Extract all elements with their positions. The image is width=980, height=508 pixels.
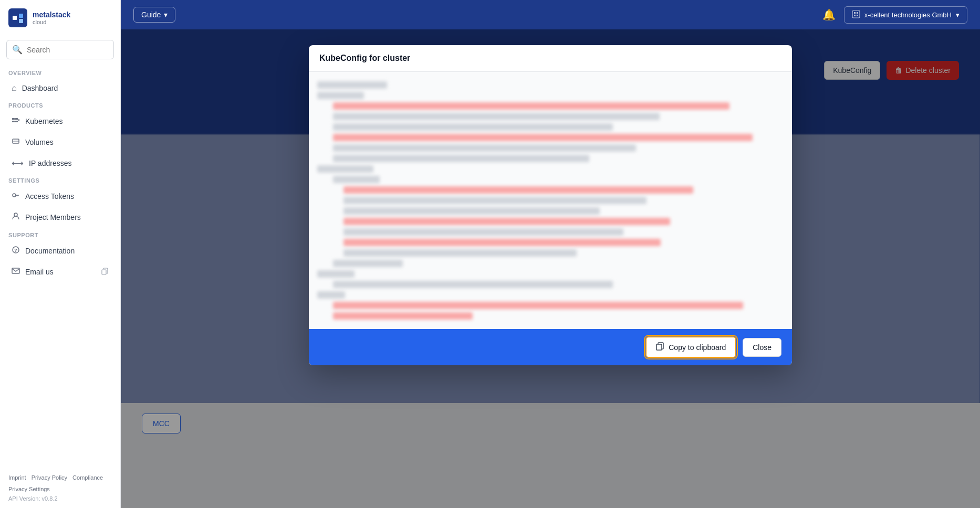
sidebar-item-label: Kubernetes — [25, 117, 63, 125]
svg-rect-17 — [12, 268, 19, 273]
kubernetes-icon — [12, 116, 20, 126]
sidebar-item-kubernetes[interactable]: Kubernetes — [3, 111, 117, 132]
code-line — [317, 165, 373, 173]
clipboard-icon — [656, 342, 664, 352]
code-line — [333, 312, 473, 320]
sidebar-item-label: Volumes — [25, 138, 54, 146]
svg-rect-7 — [18, 119, 19, 121]
modal-overlay[interactable]: KubeConfig for cluster — [121, 29, 980, 508]
code-line — [317, 291, 345, 299]
sidebar-item-label: Project Members — [25, 213, 81, 221]
sidebar-section-settings: SETTINGS Access Tokens Project Members — [0, 173, 120, 228]
close-button[interactable]: Close — [743, 338, 781, 357]
modal-footer: Copy to clipboard Close — [309, 329, 792, 365]
code-line — [333, 134, 753, 141]
svg-rect-4 — [12, 121, 15, 122]
main-content: Guide ▾ 🔔 x-cellent technologies GmbH ▾ … — [121, 0, 980, 508]
code-line — [343, 249, 577, 257]
sidebar-item-label: Access Tokens — [25, 192, 74, 200]
svg-rect-21 — [857, 12, 858, 14]
code-line — [333, 176, 380, 183]
code-line — [333, 123, 613, 131]
code-line — [317, 81, 387, 89]
svg-rect-22 — [854, 15, 856, 16]
logo-name: metalstack — [33, 10, 70, 19]
code-line — [333, 144, 636, 152]
content-area: KubeConfig 🗑 Delete cluster MCC KubeConf… — [121, 29, 980, 508]
svg-point-10 — [13, 194, 16, 197]
svg-rect-5 — [15, 118, 18, 120]
sidebar: metalstack cloud 🔍 OVERVIEW ⌂ Dashboard … — [0, 0, 121, 508]
svg-rect-0 — [13, 16, 17, 20]
search-box[interactable]: 🔍 — [6, 40, 114, 59]
code-line — [333, 281, 613, 288]
sidebar-item-label: Documentation — [25, 247, 75, 255]
topbar: Guide ▾ 🔔 x-cellent technologies GmbH ▾ — [121, 0, 980, 29]
modal-title: KubeConfig for cluster — [319, 54, 410, 62]
svg-rect-2 — [19, 19, 23, 23]
code-line — [343, 239, 661, 246]
kubeconfig-modal: KubeConfig for cluster — [309, 45, 792, 365]
svg-text:?: ? — [14, 248, 17, 253]
privacy-settings-link[interactable]: Privacy Settings — [8, 486, 50, 492]
logo-sub: cloud — [33, 19, 70, 25]
svg-rect-18 — [102, 270, 106, 274]
sidebar-item-access-tokens[interactable]: Access Tokens — [3, 186, 117, 207]
copy-to-clipboard-button[interactable]: Copy to clipboard — [645, 336, 736, 358]
modal-body — [309, 72, 792, 329]
code-line — [317, 270, 355, 278]
overview-section-label: OVERVIEW — [0, 66, 120, 78]
sidebar-item-email-us[interactable]: Email us — [3, 261, 117, 282]
home-icon: ⌂ — [12, 83, 17, 93]
svg-point-14 — [14, 213, 17, 216]
code-line — [343, 186, 693, 194]
svg-rect-20 — [854, 12, 856, 14]
api-version: API Version: v0.8.2 — [8, 495, 112, 502]
copy-icon — [101, 268, 109, 277]
search-icon: 🔍 — [12, 45, 23, 55]
topbar-left: Guide ▾ — [133, 7, 175, 23]
compliance-link[interactable]: Compliance — [72, 474, 103, 481]
code-line — [343, 197, 647, 204]
code-line — [343, 218, 670, 225]
sidebar-item-ip-addresses[interactable]: ⟷ IP addresses — [3, 153, 117, 173]
imprint-link[interactable]: Imprint — [8, 474, 26, 481]
svg-rect-23 — [857, 15, 858, 16]
topbar-right: 🔔 x-cellent technologies GmbH ▾ — [822, 6, 967, 24]
code-line — [343, 207, 600, 215]
products-section-label: PRODUCTS — [0, 98, 120, 111]
close-label: Close — [753, 343, 772, 352]
sidebar-section-support: SUPPORT ? Documentation Email us — [0, 228, 120, 282]
guide-button[interactable]: Guide ▾ — [133, 7, 175, 23]
user-icon — [12, 212, 20, 223]
email-icon — [12, 267, 20, 277]
chevron-down-icon: ▾ — [164, 10, 168, 19]
sidebar-item-volumes[interactable]: Volumes — [3, 132, 117, 153]
guide-label: Guide — [141, 10, 161, 19]
svg-rect-24 — [656, 344, 662, 350]
sidebar-item-label: IP addresses — [29, 159, 71, 167]
svg-rect-19 — [852, 10, 860, 18]
sidebar-item-dashboard[interactable]: ⌂ Dashboard — [3, 78, 117, 98]
privacy-policy-link[interactable]: Privacy Policy — [32, 474, 67, 481]
code-line — [333, 155, 589, 162]
sidebar-item-documentation[interactable]: ? Documentation — [3, 240, 117, 261]
code-line — [333, 113, 660, 120]
sidebar-item-project-members[interactable]: Project Members — [3, 207, 117, 228]
code-line — [333, 302, 743, 309]
code-line — [343, 228, 623, 236]
modal-header: KubeConfig for cluster — [309, 45, 792, 72]
org-icon — [852, 10, 860, 20]
ip-icon: ⟷ — [12, 158, 24, 168]
sidebar-item-label: Email us — [25, 268, 54, 276]
logo-icon — [8, 8, 27, 27]
volumes-icon — [12, 137, 20, 147]
org-selector[interactable]: x-cellent technologies GmbH ▾ — [844, 6, 967, 24]
search-input[interactable] — [27, 46, 108, 54]
copy-label: Copy to clipboard — [669, 343, 726, 352]
sidebar-footer: Imprint Privacy Policy Compliance Privac… — [0, 468, 120, 508]
code-line — [317, 92, 364, 99]
svg-rect-1 — [19, 14, 23, 18]
notification-bell-icon[interactable]: 🔔 — [822, 8, 836, 21]
code-line — [333, 260, 403, 267]
